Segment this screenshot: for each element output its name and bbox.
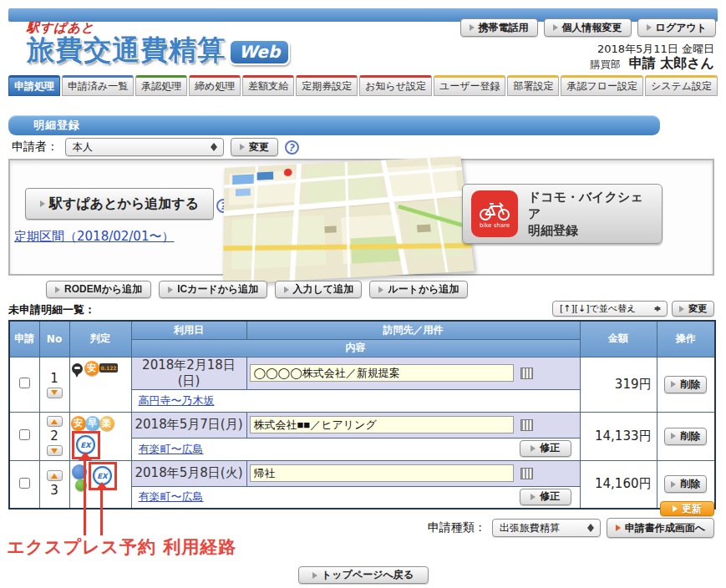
row2-date: 2018年5月7日(月) [131,412,246,438]
section-title: 明細登録 [33,118,80,133]
applicant-row: 申請者： 本人 変更 ? [12,138,299,156]
bikeshare-label: ドコモ・バイクシェア 明細登録 [528,189,653,240]
table-row-3: 3 EX 2018年5月8日(火) [9,460,715,486]
row2-express-reservation-icon: EX [76,435,95,454]
row1-delete-button[interactable]: 削除 [664,376,707,393]
row3-content-input[interactable] [250,464,514,482]
bikeshare-label-line2: 明細登録 [528,222,653,239]
row1-date: 2018年2月18日(日) [131,357,246,389]
row2-move-up-button[interactable] [47,416,63,427]
add-from-ic-card-button[interactable]: ICカードから追加 [159,281,267,298]
tab-teikiken-settei[interactable]: 定期券設定 [296,75,358,96]
expense-detail-table: 申請 No 判定 利用日 訪問先／用件 金額 操作 内容 1 [8,320,716,509]
row3-move-up-button[interactable] [47,470,63,481]
route-map-image [223,156,475,284]
back-to-top-button[interactable]: トップページへ戻る [298,566,429,584]
row1-move-down-button[interactable] [47,388,63,398]
row1-calendar-icon[interactable] [520,368,533,379]
logout-button[interactable]: ログアウト [637,18,716,37]
tab-sagaku-shikyu[interactable]: 差額支給 [242,75,294,96]
col-header-judge: 判定 [69,321,131,357]
applicant-change-button[interactable]: 変更 [231,138,278,156]
row1-co2-badge: 0.122 [99,363,119,373]
table-row-2: 2 安 早 楽 EX 2018年5月7日(月) [9,412,715,438]
logo-main-text: 旅費交通費精算 [27,33,226,66]
row1-pin-icon [72,363,83,374]
row3-delete-button[interactable]: 削除 [664,475,707,493]
user-department: 購買部 [591,58,621,70]
bikeshare-register-button[interactable]: bike share ドコモ・バイクシェア 明細登録 [462,184,663,244]
table-row-1: 1 安 0.122 2018年2月18日(日) 319円 [9,357,715,389]
row2-fix-button[interactable]: 修正 [520,440,571,457]
add-from-route-button[interactable]: ルートから追加 [369,281,468,298]
row3-calendar-icon[interactable] [520,468,533,479]
row3-date: 2018年5月8日(火) [131,460,246,486]
express-reservation-annotation: エクスプレス予約 利用経路 [7,535,236,559]
bike-share-icon: bike share [471,190,518,237]
row1-route-link[interactable]: 高円寺〜乃木坂 [139,394,215,407]
help-icon[interactable]: ? [283,139,300,155]
tab-user-touroku[interactable]: ユーザー登録 [434,75,506,96]
row2-judgment-cheap-icon: 安 [71,416,86,431]
logo-web-badge: Web [229,39,290,65]
row3-express-reservation-icon: EX [93,466,112,485]
tab-shime-shori[interactable]: 締め処理 [189,75,241,96]
row2-route-link[interactable]: 有楽町〜広島 [139,443,204,455]
row1-number: 1 [50,371,58,386]
header-buttons: 携帯電話用 個人情報変更 ログアウト [460,18,716,37]
row3-judgment-eco-icon [75,479,87,491]
mobile-version-button[interactable]: 携帯電話用 [460,18,538,37]
col-header-date: 利用日 [131,321,246,339]
tab-shinseizumi-ichiran[interactable]: 申請済み一覧 [62,75,134,96]
row2-ex-highlight-box: EX [72,431,100,459]
row1-checkbox[interactable] [19,378,30,388]
row2-delete-button[interactable]: 削除 [664,428,707,445]
tab-busho-settei[interactable]: 部署設定 [507,75,559,96]
row2-move-down-button[interactable] [47,445,63,456]
col-header-no: No [39,321,69,357]
row3-ex-highlight-box: EX [89,462,117,490]
bikeshare-label-line1: ドコモ・バイクシェア [528,189,653,223]
apply-type-select[interactable]: 出張旅費精算 [492,519,601,537]
main-nav-tabs: 申請処理 申請済み一覧 承認処理 締め処理 差額支給 定期券設定 お知らせ設定 … [8,75,718,96]
row2-checkbox[interactable] [19,429,30,440]
tab-system-settei[interactable]: システム設定 [645,75,718,96]
apply-type-row: 申請種類： 出張旅費精算 申請書作成画面へ [428,518,714,538]
row1-content-input[interactable] [250,364,514,382]
row3-checkbox[interactable] [19,478,30,489]
col-header-apply: 申請 [9,321,39,357]
travel-expense-app: 駅すぱあと 旅費交通費精算Web 携帯電話用 個人情報変更 ログアウト 2018… [0,0,726,588]
tab-oshirase-settei[interactable]: お知らせ設定 [359,75,432,96]
unsubmitted-list-title: 未申請明細一覧： [8,302,95,317]
row2-judgment-fast-icon: 早 [85,416,100,431]
sort-select[interactable]: [↑][↓]で並べ替え [552,301,668,317]
col-header-amount: 金額 [580,321,657,357]
current-user: 購買部 申請 太郎さん [591,55,714,73]
row2-content-input[interactable] [250,416,514,433]
add-buttons-row: RODEMから追加 ICカードから追加 入力して追加 ルートから追加 [46,281,468,298]
row2-judgment-easy-icon: 楽 [99,416,114,431]
add-from-rodem-button[interactable]: RODEMから追加 [46,281,151,298]
add-by-input-button[interactable]: 入力して追加 [275,281,362,298]
commuter-pass-link[interactable]: 定期区間（2018/02/01〜） [14,229,174,245]
col-header-ops: 操作 [657,321,715,357]
add-from-ekispert-button[interactable]: 駅すぱあとから追加する [25,188,214,220]
user-name: 申請 太郎さん [629,55,714,71]
row2-calendar-icon[interactable] [520,419,533,431]
row1-amount: 319円 [580,357,657,412]
applicant-select[interactable]: 本人 [65,138,224,156]
tab-shinsei-shori[interactable]: 申請処理 [8,75,60,96]
row3-fix-button[interactable]: 修正 [520,489,571,505]
row3-amount: 14,160円 [580,460,657,509]
create-application-button[interactable]: 申請書作成画面へ [607,518,714,538]
row2-number: 2 [50,428,58,444]
tab-shounin-flow-settei[interactable]: 承認フロー設定 [561,75,643,96]
bike-share-icon-text: bike share [480,223,510,229]
col-header-content: 内容 [131,339,580,357]
update-button[interactable]: 更新 [660,501,714,516]
sort-change-button[interactable]: 変更 [672,301,714,317]
row3-route-link[interactable]: 有楽町〜広島 [139,490,204,503]
tab-shounin-shori[interactable]: 承認処理 [135,75,187,96]
apply-type-label: 申請種類： [428,520,486,535]
personal-info-button[interactable]: 個人情報変更 [544,18,632,37]
